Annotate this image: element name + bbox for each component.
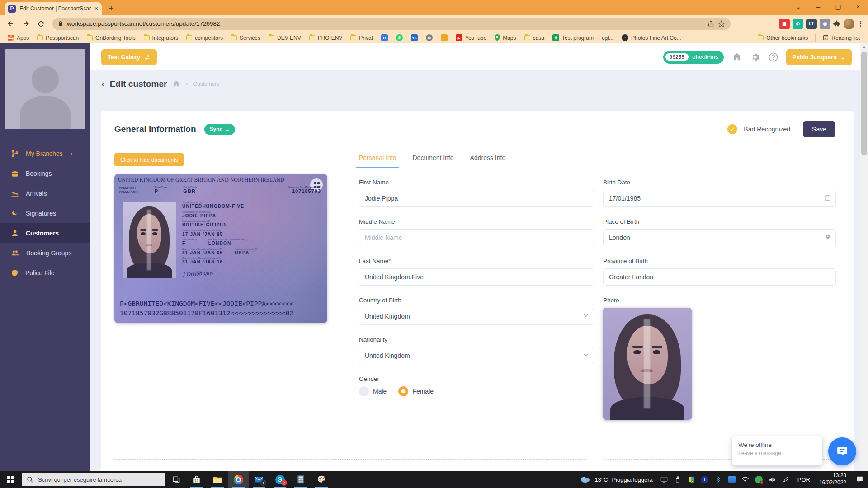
usb-icon[interactable] — [671, 471, 684, 488]
bookmark-star-icon[interactable] — [718, 20, 725, 28]
bookmark-folder[interactable]: PRO-ENV — [306, 33, 346, 43]
first-name-input[interactable] — [359, 190, 594, 207]
bookmark-apps[interactable]: Apps — [5, 33, 33, 43]
save-button[interactable]: Save — [803, 121, 835, 137]
branch-selector-button[interactable]: Test Galaxy — [101, 49, 157, 65]
scroll-up-arrow[interactable]: ▲ — [860, 43, 868, 51]
birth-date-input[interactable] — [603, 190, 836, 207]
user-menu-button[interactable]: Pablo Junquero ⌄ — [786, 49, 852, 65]
bookmark-whatsapp[interactable]: ✆ — [392, 33, 406, 43]
taskbar-search[interactable]: Scrivi qui per eseguire la ricerca — [22, 473, 165, 486]
sidebar-item-arrivals[interactable]: Arrivals — [0, 183, 90, 203]
window-maximize-button[interactable]: ▢ — [828, 0, 848, 14]
place-of-birth-input[interactable] — [603, 229, 836, 246]
sidebar-item-booking-groups[interactable]: Booking Groups — [0, 243, 90, 263]
bookmark-casa[interactable]: casa — [521, 33, 548, 43]
extension-lt-icon[interactable]: LT — [806, 19, 817, 29]
bookmark-calendar16[interactable]: 16 — [407, 33, 421, 43]
defender-shield-icon[interactable] — [684, 471, 698, 488]
sidebar-item-bookings[interactable]: Bookings — [0, 164, 90, 183]
call-status-icon[interactable] — [752, 471, 766, 488]
bookmark-folder[interactable]: Integrators — [140, 33, 182, 43]
tab-close-icon[interactable]: × — [94, 5, 98, 12]
puzzle-extensions-icon[interactable] — [833, 20, 841, 28]
address-bar[interactable]: workspace.passportscan.net/customers/upd… — [52, 18, 731, 30]
bookmark-orange-site[interactable] — [437, 33, 451, 43]
chat-launcher-button[interactable] — [828, 437, 856, 465]
gender-female-radio[interactable]: Female — [398, 386, 434, 396]
share-icon[interactable] — [708, 20, 714, 27]
bookmark-settings-site[interactable]: ⚙ — [422, 33, 436, 43]
info-icon[interactable]: i — [698, 471, 712, 488]
help-icon[interactable] — [768, 52, 778, 62]
last-name-input[interactable] — [359, 268, 594, 286]
taskbar-file-explorer[interactable] — [207, 471, 228, 488]
taskbar-weather[interactable]: 13°C Pioggia leggera — [575, 475, 657, 483]
window-minimize-button[interactable]: – — [808, 0, 828, 14]
bookmark-youtube[interactable]: ▶YouTube — [452, 33, 490, 43]
location-pin-icon[interactable] — [825, 234, 831, 240]
bookmark-maps[interactable]: Maps — [491, 33, 519, 43]
checkins-badge[interactable]: 99255 check-ins — [663, 51, 724, 64]
breadcrumb-customers[interactable]: Customers — [193, 81, 219, 87]
scrollbar-thumb[interactable] — [861, 52, 867, 155]
back-chevron-icon[interactable]: ‹ — [101, 79, 104, 89]
bookmark-folder[interactable]: Privat — [347, 33, 377, 43]
hide-documents-button[interactable]: Click to hide documents — [114, 153, 184, 166]
bookmark-test-program[interactable]: ✚Test program - Fogl... — [549, 33, 617, 43]
sidebar-item-police-file[interactable]: Police File — [0, 263, 90, 283]
extension-phone-icon[interactable]: ✆ — [793, 19, 803, 29]
window-close-button[interactable]: × — [848, 0, 868, 14]
task-view-button[interactable] — [165, 471, 186, 488]
browser-tab[interactable]: P Edit Customer | PassportScan × — [5, 2, 102, 15]
extension-eye-icon[interactable]: ◉ — [820, 19, 830, 29]
reading-list[interactable]: Reading list — [819, 33, 863, 43]
province-of-birth-input[interactable] — [603, 268, 836, 286]
bookmark-folder[interactable]: DEV-ENV — [265, 33, 305, 43]
calendar-icon[interactable] — [824, 194, 831, 201]
blue-app-icon[interactable] — [725, 471, 739, 488]
tab-search-chevron-icon[interactable]: ⌄ — [788, 0, 808, 14]
other-bookmarks[interactable]: Other bookmarks — [754, 33, 811, 43]
taskbar-calculator[interactable] — [290, 471, 311, 488]
taskbar-skype[interactable]: S 7 — [269, 471, 290, 488]
notification-center-icon[interactable] — [851, 471, 868, 488]
language-indicator[interactable]: POR — [793, 476, 815, 483]
sidebar-item-my-branches[interactable]: My Branches › — [0, 144, 90, 164]
cast-screen-icon[interactable] — [657, 471, 671, 488]
kebab-menu-icon[interactable] — [857, 20, 864, 28]
taskbar-paint[interactable] — [311, 471, 332, 488]
bookmark-translate[interactable]: G — [377, 33, 392, 43]
bluetooth-icon[interactable] — [712, 471, 725, 488]
sync-button[interactable]: Sync ⌄ — [204, 124, 236, 135]
bookmark-photos-fine-art[interactable]: ◔Photos Fine Art Co... — [618, 33, 685, 43]
chat-offline-card[interactable]: We're offline Leave a message — [732, 436, 822, 465]
home-icon[interactable] — [731, 52, 742, 62]
bookmark-folder[interactable]: Passportscan — [33, 33, 82, 43]
sidebar-item-customers[interactable]: Customers — [0, 223, 90, 243]
back-icon[interactable] — [4, 17, 17, 31]
pen-icon[interactable] — [779, 471, 793, 488]
start-button[interactable] — [0, 471, 21, 488]
reload-icon[interactable] — [34, 17, 48, 31]
extension-red-grid-icon[interactable]: ▦ — [779, 19, 790, 29]
new-tab-button[interactable]: + — [105, 3, 117, 14]
country-of-birth-select[interactable] — [359, 308, 594, 325]
taskbar-store[interactable] — [186, 471, 207, 488]
tab-document-info[interactable]: Document Info — [413, 154, 454, 161]
page-scrollbar[interactable]: ▲ — [860, 43, 868, 471]
middle-name-input[interactable] — [359, 229, 594, 246]
nationality-select[interactable] — [359, 347, 594, 364]
forward-icon[interactable] — [19, 17, 33, 31]
bookmark-folder[interactable]: competitors — [183, 33, 226, 43]
taskbar-chrome[interactable] — [228, 471, 249, 488]
tab-personal-info[interactable]: Personal Info — [359, 154, 396, 161]
taskbar-mail[interactable]: 1 — [249, 471, 269, 488]
bookmark-folder[interactable]: OnBording Tools — [83, 33, 139, 43]
bookmark-folder[interactable]: Services — [227, 33, 264, 43]
sidebar-item-signatures[interactable]: Signatures — [0, 203, 90, 223]
gender-male-radio[interactable]: Male — [359, 386, 387, 396]
bad-recognized-checkbox[interactable]: ✓ — [727, 124, 737, 134]
wifi-icon[interactable] — [739, 471, 752, 488]
volume-icon[interactable] — [766, 471, 779, 488]
